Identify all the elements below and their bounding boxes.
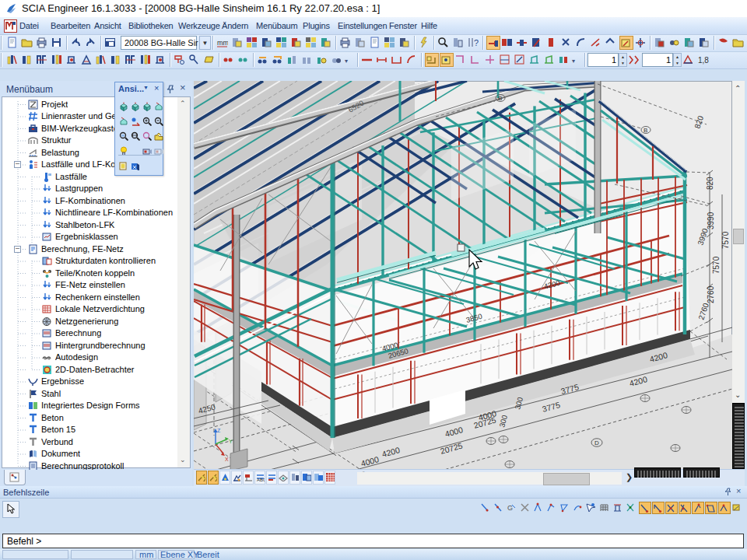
svg-text:?: ?	[474, 38, 479, 47]
svg-text:ABC: ABC	[257, 478, 265, 481]
svg-text:mm: mm	[217, 39, 228, 47]
svg-text:820: 820	[706, 177, 714, 190]
svg-text:2760: 2760	[707, 285, 715, 303]
svg-text:Z: Z	[217, 428, 221, 433]
svg-text:X: X	[225, 457, 229, 462]
svg-text:B: B	[498, 95, 502, 102]
svg-text:3990: 3990	[707, 212, 715, 229]
svg-text:Y: Y	[229, 439, 233, 444]
svg-text:7570: 7570	[721, 231, 730, 249]
svg-text:1,8: 1,8	[698, 56, 709, 65]
svg-text:D: D	[594, 439, 599, 446]
svg-text:7570: 7570	[712, 256, 721, 274]
svg-text:B: B	[644, 127, 647, 134]
